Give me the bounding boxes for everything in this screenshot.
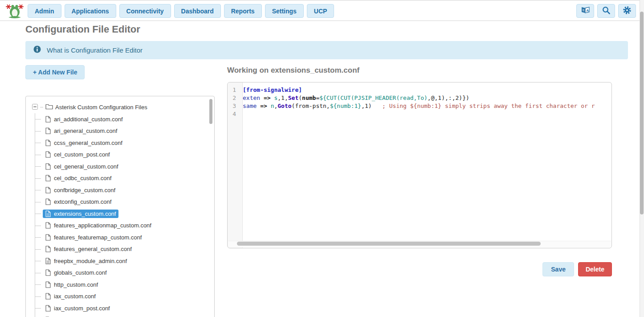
- nav-right-group: A: [576, 4, 636, 18]
- file-icon: [45, 246, 51, 252]
- tree-connector: [40, 107, 43, 107]
- file-name-label: extensions_custom.conf: [54, 210, 116, 217]
- line-number: 2: [228, 94, 239, 102]
- tree-file-globals_custom.conf[interactable]: globals_custom.conf: [35, 267, 208, 279]
- editor-hscroll-track: [228, 241, 611, 247]
- settings-button[interactable]: [618, 4, 636, 18]
- file-name-label: freepbx_module_admin.conf: [54, 258, 127, 264]
- tree-file-extensions_custom.conf[interactable]: extensions_custom.conf: [35, 208, 208, 220]
- page-scrollbar: [640, 0, 644, 317]
- file-tree: Asterisk Custom Configuration Files ari_…: [32, 101, 208, 317]
- tree-file-http_custom.conf[interactable]: http_custom.conf: [35, 279, 208, 291]
- tree-file-features_featuremap_custom.conf[interactable]: features_featuremap_custom.conf: [35, 231, 208, 243]
- file-name-label: extconfig_custom.conf: [54, 198, 111, 205]
- code-line: 4: [228, 110, 611, 118]
- file-icon: [45, 175, 51, 181]
- file-tree-panel: Asterisk Custom Configuration Files ari_…: [25, 96, 215, 317]
- file-icon: [45, 222, 51, 229]
- file-icon: [45, 198, 51, 205]
- tree-file-ccss_general_custom.conf[interactable]: ccss_general_custom.conf: [35, 137, 208, 149]
- code-area[interactable]: 1[from-signalwire]2exten => s,1,Set(numb…: [228, 86, 611, 118]
- file-icon: [45, 281, 51, 288]
- tree-root-node[interactable]: Asterisk Custom Configuration Files: [32, 101, 208, 113]
- page-scrollbar-thumb[interactable]: [640, 12, 644, 214]
- file-name-label: confbridge_custom.conf: [54, 187, 115, 193]
- tree-file-cel_general_custom.conf[interactable]: cel_general_custom.conf: [35, 161, 208, 173]
- tree-file-confbridge_custom.conf[interactable]: confbridge_custom.conf: [35, 184, 208, 196]
- nav-connectivity[interactable]: Connectivity: [119, 4, 171, 18]
- collapse-toggle-icon[interactable]: [32, 104, 38, 111]
- line-number: 1: [228, 86, 239, 94]
- file-icon: [45, 258, 51, 264]
- nav-admin[interactable]: Admin: [28, 4, 61, 18]
- file-icon: [45, 210, 51, 217]
- file-name-label: iax_custom_post.conf: [54, 305, 110, 312]
- gear-icon: [623, 6, 632, 16]
- info-icon: [33, 45, 41, 55]
- nav-reports[interactable]: Reports: [224, 4, 262, 18]
- tree-file-features_general_custom.conf[interactable]: features_general_custom.conf: [35, 243, 208, 255]
- file-icon: [45, 140, 51, 146]
- language-button[interactable]: A: [576, 4, 594, 18]
- search-icon: [602, 6, 611, 16]
- code-line: 1[from-signalwire]: [228, 86, 611, 94]
- delete-button[interactable]: Delete: [578, 262, 612, 276]
- nav-ucp[interactable]: UCP: [307, 4, 334, 18]
- file-name-label: features_applicationmap_custom.conf: [54, 222, 151, 229]
- top-navbar: AdminApplicationsConnectivityDashboardRe…: [0, 0, 644, 21]
- save-button[interactable]: Save: [542, 262, 574, 276]
- add-new-file-button[interactable]: + Add New File: [25, 65, 85, 79]
- editor-heading: Working on extensions_custom.conf: [227, 66, 359, 75]
- svg-text:A: A: [586, 8, 589, 12]
- nav-settings[interactable]: Settings: [265, 4, 304, 18]
- page-title: Configuration File Editor: [25, 24, 140, 35]
- code-line: 2exten => s,1,Set(numb=${CUT(CUT(PJSIP_H…: [228, 94, 611, 102]
- tree-file-extconfig_custom.conf[interactable]: extconfig_custom.conf: [35, 196, 208, 208]
- tree-file-iax_general_custom.conf[interactable]: iax_general_custom.conf: [35, 314, 208, 317]
- tree-root-label: Asterisk Custom Configuration Files: [55, 104, 147, 111]
- tree-file-iax_custom_post.conf[interactable]: iax_custom_post.conf: [35, 302, 208, 314]
- file-icon: [45, 293, 51, 300]
- tree-file-ari_additional_custom.conf[interactable]: ari_additional_custom.conf: [35, 113, 208, 125]
- tree-scrollbar-thumb[interactable]: [209, 99, 212, 124]
- file-name-label: cel_odbc_custom.conf: [54, 175, 111, 181]
- code-line: 3same => n,Goto(from-pstn,${numb:1},1) ;…: [228, 102, 611, 110]
- file-icon: [45, 128, 51, 134]
- file-name-label: globals_custom.conf: [54, 269, 107, 276]
- tree-file-cel_odbc_custom.conf[interactable]: cel_odbc_custom.conf: [35, 173, 208, 185]
- file-name-label: ari_general_custom.conf: [54, 128, 117, 134]
- file-tree-children: ari_additional_custom.confari_general_cu…: [35, 113, 208, 317]
- search-button[interactable]: [597, 4, 615, 18]
- tree-file-ari_general_custom.conf[interactable]: ari_general_custom.conf: [35, 125, 208, 137]
- file-name-label: ari_additional_custom.conf: [54, 116, 123, 123]
- nav-dashboard[interactable]: Dashboard: [174, 4, 221, 18]
- action-button-row: Save Delete: [227, 262, 612, 276]
- file-name-label: cel_general_custom.conf: [54, 163, 118, 170]
- nav-menu: AdminApplicationsConnectivityDashboardRe…: [28, 4, 334, 18]
- file-icon: [45, 305, 51, 312]
- tree-file-iax_custom.conf[interactable]: iax_custom.conf: [35, 291, 208, 303]
- file-name-label: cel_custom_post.conf: [54, 151, 110, 158]
- info-banner[interactable]: What is Configuration File Editor: [25, 41, 628, 59]
- file-icon: [45, 116, 51, 123]
- file-name-label: http_custom.conf: [54, 281, 98, 288]
- freepbx-frog-logo[interactable]: [5, 3, 24, 19]
- file-name-label: ccss_general_custom.conf: [54, 140, 122, 146]
- file-name-label: features_general_custom.conf: [54, 246, 132, 252]
- info-banner-label: What is Configuration File Editor: [47, 46, 143, 54]
- tree-file-features_applicationmap_custom.conf[interactable]: features_applicationmap_custom.conf: [35, 220, 208, 232]
- line-number: 3: [228, 102, 239, 110]
- language-icon: A: [581, 6, 590, 16]
- tree-file-freepbx_module_admin.conf[interactable]: freepbx_module_admin.conf: [35, 255, 208, 267]
- tree-file-cel_custom_post.conf[interactable]: cel_custom_post.conf: [35, 149, 208, 161]
- file-name-label: iax_custom.conf: [54, 293, 96, 300]
- config-code-editor[interactable]: 1[from-signalwire]2exten => s,1,Set(numb…: [227, 82, 612, 248]
- line-number: 4: [228, 110, 239, 118]
- editor-hscroll-thumb[interactable]: [237, 242, 541, 246]
- nav-applications[interactable]: Applications: [65, 4, 116, 18]
- file-icon: [45, 269, 51, 276]
- file-icon: [45, 187, 51, 193]
- file-name-label: features_featuremap_custom.conf: [54, 234, 142, 241]
- file-icon: [45, 234, 51, 241]
- file-icon: [45, 151, 51, 158]
